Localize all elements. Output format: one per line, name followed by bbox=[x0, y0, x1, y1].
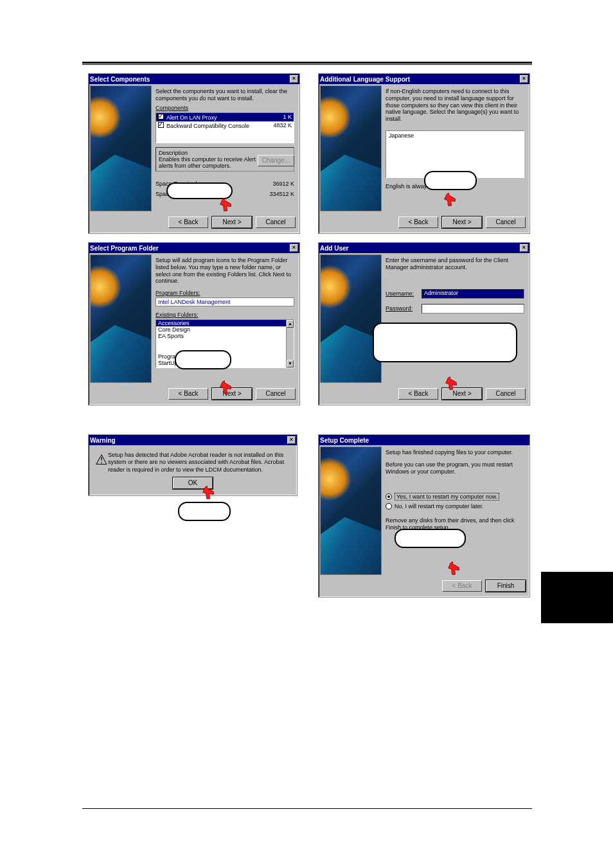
label-existing-folders: Existing Folders: bbox=[155, 312, 199, 318]
chevron-up-icon[interactable]: ▲ bbox=[287, 320, 294, 328]
component-backward-compat[interactable]: Backward Compatibility Console 4832 K bbox=[156, 121, 294, 130]
annotation-box bbox=[373, 323, 517, 362]
back-button[interactable]: < Back bbox=[398, 388, 438, 400]
title-language: Additional Language Support bbox=[320, 76, 410, 83]
radio-restart-later[interactable]: No, I will restart my computer later. bbox=[386, 503, 524, 509]
finish-button[interactable]: Finish bbox=[486, 580, 526, 592]
close-icon[interactable]: × bbox=[290, 75, 298, 83]
wizard-art-2 bbox=[320, 85, 382, 211]
titlebar-program-folder: Select Program Folder × bbox=[89, 243, 299, 253]
label-description: Description bbox=[159, 150, 188, 156]
titlebar-add-user: Add User × bbox=[319, 243, 529, 253]
back-button[interactable]: < Back bbox=[168, 217, 208, 228]
complete-line1: Setup has finished copying files to your… bbox=[386, 449, 524, 456]
warning-text: Setup has detected that Adobe Acrobat re… bbox=[108, 452, 290, 474]
close-icon[interactable]: × bbox=[287, 436, 296, 444]
title-warning: Warning bbox=[90, 437, 116, 444]
dialog-select-components: Select Components × Select the component… bbox=[88, 73, 300, 234]
label-username: Username: bbox=[386, 290, 422, 297]
change-button[interactable]: Change... bbox=[258, 155, 294, 166]
page-edge-tab bbox=[541, 572, 613, 623]
annotation-box bbox=[424, 171, 477, 190]
checkbox-icon[interactable] bbox=[158, 122, 164, 128]
list-item[interactable]: Core Design bbox=[156, 326, 294, 333]
close-icon[interactable]: × bbox=[290, 244, 298, 252]
back-button[interactable]: < Back bbox=[442, 580, 482, 592]
cancel-button[interactable]: Cancel bbox=[486, 217, 526, 228]
annotation-box bbox=[395, 529, 466, 548]
footer-rule bbox=[82, 808, 532, 809]
wizard-art-3 bbox=[90, 254, 152, 383]
components-list[interactable]: Alert On LAN Proxy 1 K Backward Compatib… bbox=[155, 112, 294, 143]
header-rule-thick bbox=[82, 62, 532, 64]
instruction-select-components: Select the components you want to instal… bbox=[155, 88, 294, 102]
radio-restart-now[interactable]: Yes, I want to restart my computer now. bbox=[386, 493, 524, 500]
dialog-language-support: Additional Language Support × If non-Eng… bbox=[318, 73, 530, 234]
chevron-down-icon[interactable]: ▼ bbox=[287, 360, 294, 368]
scrollbar[interactable]: ▲ ▼ bbox=[286, 320, 294, 368]
header-rule-thin bbox=[82, 64, 532, 65]
password-field[interactable] bbox=[422, 304, 524, 314]
next-button[interactable]: Next > bbox=[212, 388, 252, 400]
label-password: Password: bbox=[386, 305, 422, 312]
titlebar-select-components: Select Components × bbox=[89, 74, 299, 84]
cancel-button[interactable]: Cancel bbox=[256, 388, 296, 400]
close-icon[interactable]: × bbox=[520, 75, 528, 83]
wizard-art-4 bbox=[320, 254, 382, 383]
value-space-required: 36912 K bbox=[272, 181, 294, 187]
cancel-button[interactable]: Cancel bbox=[256, 217, 296, 228]
wizard-art-1 bbox=[90, 85, 152, 211]
label-restart-now: Yes, I want to restart my computer now. bbox=[395, 493, 499, 500]
title-add-user: Add User bbox=[320, 245, 348, 252]
annotation-box bbox=[166, 182, 233, 199]
radio-icon[interactable] bbox=[386, 493, 392, 500]
dialog-program-folder: Select Program Folder × Setup will add p… bbox=[88, 242, 300, 405]
instruction-add-user: Enter the username and password for the … bbox=[386, 257, 524, 271]
language-item-japanese[interactable]: Japanese bbox=[389, 132, 521, 139]
label-program-folders: Program Folders: bbox=[155, 290, 200, 296]
value-space-available: 334512 K bbox=[269, 191, 294, 197]
titlebar-warning: Warning × bbox=[89, 435, 297, 445]
annotation-box bbox=[178, 502, 231, 521]
cancel-button[interactable]: Cancel bbox=[486, 388, 526, 400]
titlebar-language: Additional Language Support × bbox=[319, 74, 529, 84]
back-button[interactable]: < Back bbox=[398, 217, 438, 228]
wizard-art-5 bbox=[320, 447, 382, 575]
complete-line2: Before you can use the program, you must… bbox=[386, 461, 524, 475]
annotation-box bbox=[175, 350, 231, 369]
list-item[interactable]: Accessories bbox=[156, 320, 294, 326]
next-button[interactable]: Next > bbox=[212, 217, 252, 228]
dialog-setup-complete: Setup Complete Setup has finished copyin… bbox=[318, 434, 530, 598]
instruction-language: If non-English computers need to connect… bbox=[386, 88, 524, 123]
program-folder-input[interactable]: Intel LANDesk Management bbox=[155, 297, 294, 306]
component-alert-on-lan-proxy[interactable]: Alert On LAN Proxy 1 K bbox=[156, 113, 294, 121]
list-item[interactable]: EA Sports bbox=[156, 333, 294, 339]
radio-icon[interactable] bbox=[386, 503, 392, 509]
instruction-program-folder: Setup will add program icons to the Prog… bbox=[155, 257, 294, 285]
back-button[interactable]: < Back bbox=[168, 388, 208, 400]
warning-icon: ⚠ bbox=[95, 452, 108, 474]
checkbox-icon[interactable] bbox=[158, 114, 164, 120]
ok-button[interactable]: OK bbox=[173, 477, 213, 489]
title-program-folder: Select Program Folder bbox=[90, 245, 159, 252]
title-complete: Setup Complete bbox=[320, 437, 369, 444]
username-field[interactable]: Administrator bbox=[422, 289, 524, 299]
close-icon[interactable]: × bbox=[520, 244, 528, 252]
label-restart-later: No, I will restart my computer later. bbox=[395, 503, 484, 509]
next-button[interactable]: Next > bbox=[442, 388, 482, 400]
label-components: Components bbox=[155, 105, 188, 111]
titlebar-complete: Setup Complete bbox=[319, 435, 529, 445]
title-select-components: Select Components bbox=[90, 76, 150, 83]
next-button[interactable]: Next > bbox=[442, 217, 482, 228]
dialog-warning: Warning × ⚠ Setup has detected that Adob… bbox=[88, 434, 298, 496]
